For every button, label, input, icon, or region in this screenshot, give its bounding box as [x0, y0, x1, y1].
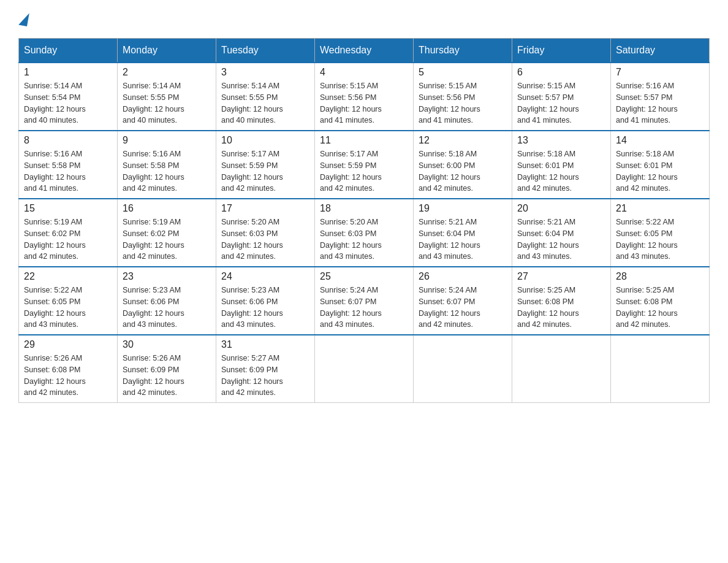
day-info: Sunrise: 5:15 AMSunset: 5:57 PMDaylight:… [517, 80, 605, 126]
table-row: 4Sunrise: 5:15 AMSunset: 5:56 PMDaylight… [315, 63, 414, 131]
day-info: Sunrise: 5:20 AMSunset: 6:03 PMDaylight:… [320, 216, 408, 262]
table-row: 15Sunrise: 5:19 AMSunset: 6:02 PMDayligh… [19, 199, 118, 267]
calendar-header-row: Sunday Monday Tuesday Wednesday Thursday… [19, 39, 710, 63]
table-row: 22Sunrise: 5:22 AMSunset: 6:05 PMDayligh… [19, 267, 118, 335]
table-row [611, 335, 710, 403]
calendar-table: Sunday Monday Tuesday Wednesday Thursday… [18, 38, 710, 403]
table-row: 7Sunrise: 5:16 AMSunset: 5:57 PMDaylight… [611, 63, 710, 131]
day-info: Sunrise: 5:14 AMSunset: 5:54 PMDaylight:… [24, 80, 112, 126]
table-row: 31Sunrise: 5:27 AMSunset: 6:09 PMDayligh… [216, 335, 315, 403]
day-number: 24 [221, 271, 309, 282]
day-number: 12 [419, 135, 507, 146]
day-number: 13 [517, 135, 605, 146]
table-row: 16Sunrise: 5:19 AMSunset: 6:02 PMDayligh… [118, 199, 216, 267]
table-row: 13Sunrise: 5:18 AMSunset: 6:01 PMDayligh… [512, 131, 611, 199]
day-number: 28 [616, 271, 704, 282]
table-row: 2Sunrise: 5:14 AMSunset: 5:55 PMDaylight… [118, 63, 216, 131]
table-row: 30Sunrise: 5:26 AMSunset: 6:09 PMDayligh… [118, 335, 216, 403]
day-info: Sunrise: 5:14 AMSunset: 5:55 PMDaylight:… [221, 80, 309, 126]
day-info: Sunrise: 5:15 AMSunset: 5:56 PMDaylight:… [320, 80, 408, 126]
day-info: Sunrise: 5:21 AMSunset: 6:04 PMDaylight:… [419, 216, 507, 262]
day-info: Sunrise: 5:23 AMSunset: 6:06 PMDaylight:… [221, 285, 309, 331]
col-thursday: Thursday [414, 39, 512, 63]
table-row: 17Sunrise: 5:20 AMSunset: 6:03 PMDayligh… [216, 199, 315, 267]
day-info: Sunrise: 5:23 AMSunset: 6:06 PMDaylight:… [123, 285, 211, 331]
day-info: Sunrise: 5:26 AMSunset: 6:09 PMDaylight:… [123, 353, 211, 399]
day-info: Sunrise: 5:20 AMSunset: 6:03 PMDaylight:… [221, 216, 309, 262]
day-info: Sunrise: 5:17 AMSunset: 5:59 PMDaylight:… [221, 148, 309, 194]
col-wednesday: Wednesday [315, 39, 414, 63]
day-info: Sunrise: 5:18 AMSunset: 6:01 PMDaylight:… [616, 148, 704, 194]
day-number: 14 [616, 135, 704, 146]
day-number: 7 [616, 67, 704, 78]
table-row: 21Sunrise: 5:22 AMSunset: 6:05 PMDayligh… [611, 199, 710, 267]
day-number: 9 [123, 135, 211, 146]
day-number: 19 [419, 203, 507, 214]
table-row: 23Sunrise: 5:23 AMSunset: 6:06 PMDayligh… [118, 267, 216, 335]
table-row: 20Sunrise: 5:21 AMSunset: 6:04 PMDayligh… [512, 199, 611, 267]
day-number: 1 [24, 67, 112, 78]
table-row: 26Sunrise: 5:24 AMSunset: 6:07 PMDayligh… [414, 267, 512, 335]
col-friday: Friday [512, 39, 611, 63]
table-row: 10Sunrise: 5:17 AMSunset: 5:59 PMDayligh… [216, 131, 315, 199]
day-info: Sunrise: 5:17 AMSunset: 5:59 PMDaylight:… [320, 148, 408, 194]
day-info: Sunrise: 5:16 AMSunset: 5:57 PMDaylight:… [616, 80, 704, 126]
table-row: 5Sunrise: 5:15 AMSunset: 5:56 PMDaylight… [414, 63, 512, 131]
calendar-week-row: 22Sunrise: 5:22 AMSunset: 6:05 PMDayligh… [19, 267, 710, 335]
calendar-week-row: 1Sunrise: 5:14 AMSunset: 5:54 PMDaylight… [19, 63, 710, 131]
day-info: Sunrise: 5:14 AMSunset: 5:55 PMDaylight:… [123, 80, 211, 126]
day-info: Sunrise: 5:22 AMSunset: 6:05 PMDaylight:… [24, 285, 112, 331]
day-info: Sunrise: 5:19 AMSunset: 6:02 PMDaylight:… [123, 216, 211, 262]
day-number: 4 [320, 67, 408, 78]
day-info: Sunrise: 5:21 AMSunset: 6:04 PMDaylight:… [517, 216, 605, 262]
table-row: 19Sunrise: 5:21 AMSunset: 6:04 PMDayligh… [414, 199, 512, 267]
table-row: 8Sunrise: 5:16 AMSunset: 5:58 PMDaylight… [19, 131, 118, 199]
table-row: 29Sunrise: 5:26 AMSunset: 6:08 PMDayligh… [19, 335, 118, 403]
day-number: 2 [123, 67, 211, 78]
day-info: Sunrise: 5:18 AMSunset: 6:00 PMDaylight:… [419, 148, 507, 194]
day-info: Sunrise: 5:25 AMSunset: 6:08 PMDaylight:… [616, 285, 704, 331]
day-number: 29 [24, 339, 112, 350]
day-info: Sunrise: 5:22 AMSunset: 6:05 PMDaylight:… [616, 216, 704, 262]
day-number: 5 [419, 67, 507, 78]
day-number: 27 [517, 271, 605, 282]
day-info: Sunrise: 5:18 AMSunset: 6:01 PMDaylight:… [517, 148, 605, 194]
day-info: Sunrise: 5:15 AMSunset: 5:56 PMDaylight:… [419, 80, 507, 126]
day-number: 10 [221, 135, 309, 146]
col-tuesday: Tuesday [216, 39, 315, 63]
day-info: Sunrise: 5:25 AMSunset: 6:08 PMDaylight:… [517, 285, 605, 331]
day-info: Sunrise: 5:26 AMSunset: 6:08 PMDaylight:… [24, 353, 112, 399]
day-info: Sunrise: 5:24 AMSunset: 6:07 PMDaylight:… [419, 285, 507, 331]
table-row: 12Sunrise: 5:18 AMSunset: 6:00 PMDayligh… [414, 131, 512, 199]
day-number: 11 [320, 135, 408, 146]
table-row: 27Sunrise: 5:25 AMSunset: 6:08 PMDayligh… [512, 267, 611, 335]
day-number: 3 [221, 67, 309, 78]
table-row [315, 335, 414, 403]
table-row: 14Sunrise: 5:18 AMSunset: 6:01 PMDayligh… [611, 131, 710, 199]
day-info: Sunrise: 5:16 AMSunset: 5:58 PMDaylight:… [123, 148, 211, 194]
day-number: 17 [221, 203, 309, 214]
day-number: 18 [320, 203, 408, 214]
table-row: 18Sunrise: 5:20 AMSunset: 6:03 PMDayligh… [315, 199, 414, 267]
day-number: 21 [616, 203, 704, 214]
table-row: 1Sunrise: 5:14 AMSunset: 5:54 PMDaylight… [19, 63, 118, 131]
page-header [18, 12, 710, 26]
table-row: 25Sunrise: 5:24 AMSunset: 6:07 PMDayligh… [315, 267, 414, 335]
day-number: 22 [24, 271, 112, 282]
col-monday: Monday [118, 39, 216, 63]
day-number: 30 [123, 339, 211, 350]
calendar-week-row: 15Sunrise: 5:19 AMSunset: 6:02 PMDayligh… [19, 199, 710, 267]
day-number: 31 [221, 339, 309, 350]
calendar-week-row: 8Sunrise: 5:16 AMSunset: 5:58 PMDaylight… [19, 131, 710, 199]
col-saturday: Saturday [611, 39, 710, 63]
col-sunday: Sunday [19, 39, 118, 63]
day-number: 23 [123, 271, 211, 282]
day-info: Sunrise: 5:16 AMSunset: 5:58 PMDaylight:… [24, 148, 112, 194]
calendar-week-row: 29Sunrise: 5:26 AMSunset: 6:08 PMDayligh… [19, 335, 710, 403]
day-number: 6 [517, 67, 605, 78]
table-row: 3Sunrise: 5:14 AMSunset: 5:55 PMDaylight… [216, 63, 315, 131]
day-info: Sunrise: 5:19 AMSunset: 6:02 PMDaylight:… [24, 216, 112, 262]
table-row [414, 335, 512, 403]
day-number: 26 [419, 271, 507, 282]
day-info: Sunrise: 5:24 AMSunset: 6:07 PMDaylight:… [320, 285, 408, 331]
